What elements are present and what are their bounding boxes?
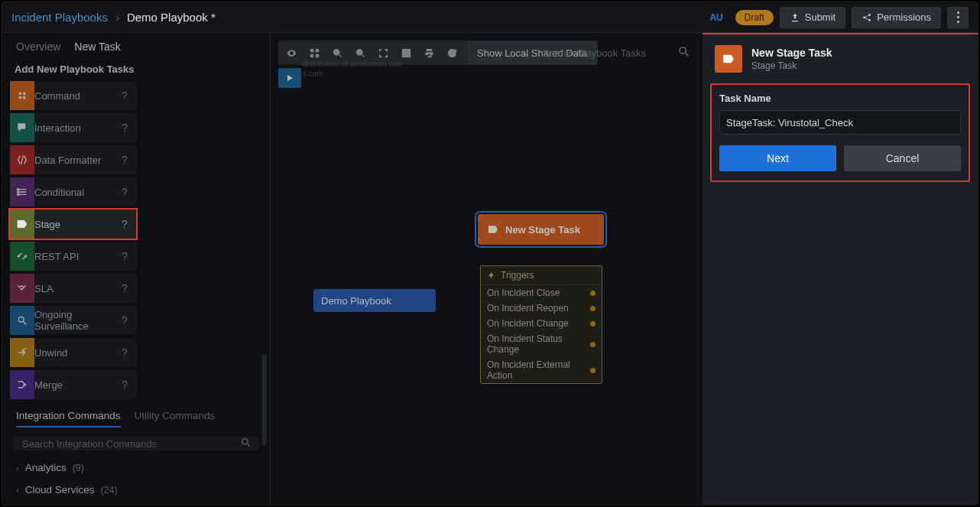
tab-overview[interactable]: Overview (16, 41, 60, 53)
help-icon[interactable]: ? (118, 346, 131, 359)
trigger-row[interactable]: On Incident Reopen (481, 301, 602, 316)
task-type-interaction[interactable]: Interaction? (10, 113, 136, 142)
task-type-label: Command (34, 90, 118, 102)
help-icon[interactable]: ? (118, 314, 131, 327)
dataformatter-icon (10, 145, 34, 174)
task-type-label: Conditional (34, 187, 118, 198)
help-icon[interactable]: ? (118, 379, 131, 391)
permissions-label: Permissions (877, 11, 931, 23)
category-credential-management[interactable]: ›Credential Management(1) (8, 501, 264, 505)
print-icon[interactable] (417, 41, 440, 65)
svg-point-1 (868, 14, 871, 16)
interaction-icon (10, 113, 34, 142)
task-type-label: Unwind (34, 347, 118, 359)
eye-icon[interactable] (280, 41, 303, 65)
status-dot-icon (590, 368, 595, 373)
search-integration-input[interactable] (21, 437, 240, 450)
sla-icon (10, 274, 34, 303)
svg-point-7 (24, 255, 27, 258)
permissions-button[interactable]: Permissions (852, 7, 941, 28)
task-type-surveillance[interactable]: Ongoing Surveillance? (10, 306, 136, 335)
svg-point-0 (863, 16, 865, 18)
status-dot-icon (590, 321, 595, 327)
stage-icon-box (715, 45, 742, 73)
help-icon[interactable]: ? (118, 282, 131, 294)
tab-new-task[interactable]: New Task (74, 41, 120, 53)
stage-icon (10, 210, 34, 239)
category-cloud-services[interactable]: ›Cloud Services(24) (8, 479, 264, 501)
task-type-unwind[interactable]: Unwind? (10, 338, 136, 367)
draft-badge[interactable]: Draft (735, 10, 774, 25)
unwind-icon (10, 338, 34, 367)
panel-title: New Stage Task (751, 47, 832, 59)
watermark: distribution or production use s.com (303, 59, 401, 79)
trigger-row[interactable]: On Incident Change (481, 316, 602, 331)
svg-point-9 (242, 439, 248, 445)
task-type-label: Data Formatter (34, 154, 118, 166)
cancel-button[interactable]: Cancel (844, 145, 961, 171)
help-icon[interactable]: ? (118, 186, 131, 198)
svg-rect-11 (315, 48, 318, 51)
triggers-box[interactable]: Triggers On Incident CloseOn Incident Re… (480, 265, 602, 384)
node-stage-task[interactable]: New Stage Task (478, 214, 604, 245)
trigger-label: On Incident Status Change (487, 333, 590, 355)
task-type-command[interactable]: Command? (10, 81, 136, 110)
help-icon[interactable]: ? (118, 218, 131, 230)
breadcrumb-root[interactable]: Incident Playbooks (11, 11, 108, 24)
canvas[interactable]: Show Local Shared Data distribution or p… (271, 33, 703, 505)
subtab-integration[interactable]: Integration Commands (16, 410, 121, 427)
chevron-right-icon: › (115, 11, 119, 24)
svg-rect-13 (315, 54, 318, 57)
bolt-icon (487, 271, 496, 280)
search-playbook-input[interactable] (541, 47, 671, 60)
task-type-label: REST API (34, 251, 118, 262)
task-type-restapi[interactable]: REST API? (10, 242, 136, 271)
more-menu[interactable] (947, 7, 969, 28)
trigger-row[interactable]: On Incident Status Change (481, 331, 602, 357)
restapi-icon (10, 242, 34, 271)
scrollbar[interactable] (262, 354, 267, 446)
category-analytics[interactable]: ›Analytics(9) (8, 457, 264, 479)
task-name-input[interactable] (719, 110, 961, 135)
next-button[interactable]: Next (719, 145, 836, 171)
trigger-label: On Incident External Action (487, 359, 590, 381)
task-type-label: Ongoing Surveillance (34, 309, 118, 332)
stage-icon (487, 223, 499, 236)
conditional-icon (10, 177, 34, 206)
help-icon[interactable]: ? (118, 250, 131, 262)
svg-point-5 (17, 193, 19, 196)
left-panel: Overview New Task Add New Playbook Tasks… (2, 33, 271, 505)
task-type-sla[interactable]: SLA? (10, 274, 136, 303)
svg-point-6 (18, 255, 20, 258)
help-icon[interactable]: ? (118, 154, 131, 166)
svg-point-4 (17, 191, 19, 193)
run-button[interactable] (278, 68, 301, 88)
trigger-row[interactable]: On Incident External Action (481, 357, 602, 383)
kebab-icon (957, 11, 959, 24)
subtab-utility[interactable]: Utility Commands (135, 410, 216, 427)
node-start[interactable]: Demo Playbook (313, 289, 436, 312)
stage-icon (722, 52, 735, 66)
refresh-icon[interactable] (440, 41, 463, 65)
help-icon[interactable]: ? (118, 122, 131, 134)
search-icon[interactable] (677, 45, 690, 60)
svg-point-2 (868, 19, 871, 21)
task-type-merge[interactable]: Merge? (10, 370, 136, 399)
submit-label: Submit (805, 11, 836, 23)
breadcrumb: Incident Playbooks › Demo Playbook * (11, 11, 216, 24)
user-badge[interactable]: AU (703, 12, 729, 23)
task-type-dataformatter[interactable]: Data Formatter? (10, 145, 136, 174)
task-type-conditional[interactable]: Conditional? (10, 177, 136, 206)
category-label: Cloud Services (25, 484, 95, 496)
svg-rect-10 (310, 48, 313, 51)
merge-icon (10, 370, 34, 399)
help-icon[interactable]: ? (118, 89, 131, 102)
add-tasks-header: Add New Playbook Tasks (2, 59, 270, 81)
trigger-row[interactable]: On Incident Close (481, 285, 602, 301)
share-icon (862, 12, 872, 23)
task-type-stage[interactable]: Stage? (10, 210, 136, 239)
breadcrumb-current: Demo Playbook * (127, 11, 216, 24)
chevron-right-icon: › (16, 486, 19, 495)
submit-button[interactable]: Submit (780, 7, 845, 28)
search-integration[interactable] (13, 437, 259, 450)
